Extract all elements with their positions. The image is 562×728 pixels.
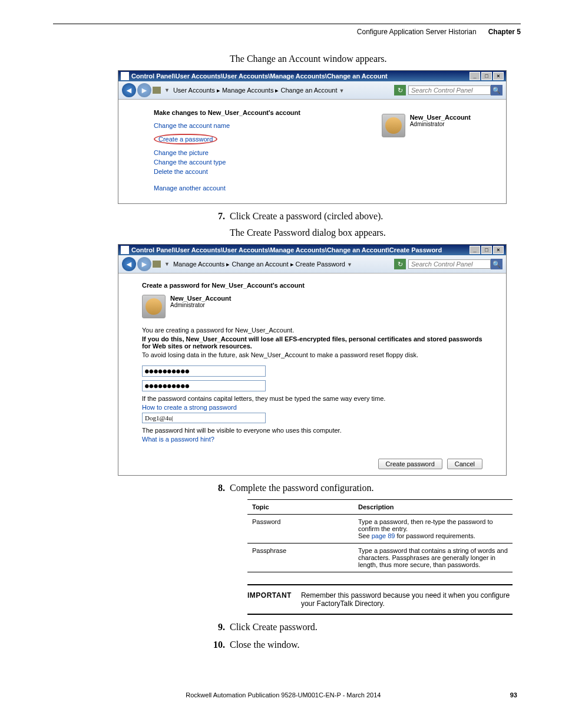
create-password-link[interactable]: Create a password	[154, 134, 217, 144]
step-9: 9. Click Create password.	[212, 622, 521, 633]
page-footer: Rockwell Automation Publication 9528-UM0…	[53, 691, 521, 699]
cell-desc: Type a password, then re-type the passwo…	[353, 515, 513, 543]
titlebar-text: Control Panel\User Accounts\User Account…	[131, 73, 470, 80]
publication-id: Rockwell Automation Publication 9528-UM0…	[186, 691, 381, 699]
header-title: Configure Application Server Historian	[357, 28, 477, 36]
step-10: 10. Close the window.	[212, 640, 521, 650]
intro-text-1: The Change an Account window appears.	[230, 54, 521, 64]
account-card: New_User_Account Administrator	[142, 295, 482, 318]
folder-icon	[153, 261, 161, 268]
forward-button[interactable]: ►	[137, 257, 151, 271]
intro-text-2: The Create Password dialog box appears.	[230, 228, 521, 238]
close-button[interactable]: ×	[493, 246, 504, 254]
password-input[interactable]	[142, 365, 266, 377]
header-chapter: Chapter 5	[488, 28, 521, 36]
delete-account-link[interactable]: Delete the account	[154, 168, 358, 175]
account-role: Administrator	[410, 121, 471, 127]
maximize-button[interactable]: □	[481, 72, 492, 80]
minimize-button[interactable]: _	[470, 246, 480, 254]
change-picture-link[interactable]: Change the picture	[154, 149, 358, 156]
section-heading: Make changes to New_User_Account's accou…	[154, 109, 358, 116]
back-button[interactable]: ◄	[122, 83, 136, 97]
important-callout: IMPORTANT Remember this password because…	[247, 584, 513, 615]
maximize-button[interactable]: □	[481, 246, 492, 254]
hint-input[interactable]	[142, 413, 266, 423]
nav-bar: ◄ ► ▼ User Accounts ▸ Manage Accounts ▸ …	[118, 81, 506, 100]
header-rule	[53, 24, 521, 24]
cell-topic: Passphrase	[247, 543, 353, 572]
search-input[interactable]	[408, 259, 491, 269]
dropdown-arrow-icon[interactable]: ▼	[164, 87, 170, 93]
section-heading: Create a password for New_User_Account's…	[142, 282, 482, 289]
back-button[interactable]: ◄	[122, 257, 136, 271]
change-type-link[interactable]: Change the account type	[154, 159, 358, 166]
th-topic: Topic	[247, 500, 353, 515]
search-input[interactable]	[408, 85, 491, 95]
page-link[interactable]: page 89	[372, 532, 395, 539]
config-table: Topic Description Password Type a passwo…	[247, 499, 513, 572]
page-number: 93	[510, 691, 517, 699]
password-hint-link[interactable]: What is a password hint?	[142, 436, 482, 443]
table-row: Passphrase Type a password that contains…	[247, 543, 513, 572]
search-icon[interactable]: 🔍	[491, 85, 503, 95]
dropdown-arrow-icon[interactable]: ▼	[164, 261, 170, 267]
caps-note: If the password contains capital letters…	[142, 395, 482, 402]
search-icon[interactable]: 🔍	[491, 259, 503, 269]
avatar	[142, 295, 166, 318]
change-account-window: Control Panel\User Accounts\User Account…	[118, 70, 507, 204]
app-icon	[121, 72, 129, 80]
folder-icon	[153, 87, 161, 94]
important-label: IMPORTANT	[247, 591, 292, 608]
table-header-row: Topic Description	[247, 500, 513, 515]
close-button[interactable]: ×	[493, 72, 504, 80]
important-text: Remember this password because you need …	[301, 591, 513, 608]
minimize-button[interactable]: _	[470, 72, 480, 80]
cell-topic: Password	[247, 515, 353, 543]
strong-password-link[interactable]: How to create a strong password	[142, 404, 482, 411]
create-password-window: Control Panel\User Accounts\User Account…	[118, 244, 507, 476]
confirm-password-input[interactable]	[142, 380, 266, 391]
step-8: 8. Complete the password configuration.	[212, 483, 521, 493]
account-card: New_User_Account Administrator	[382, 114, 471, 194]
avatar	[382, 114, 405, 137]
nav-bar: ◄ ► ▼ Manage Accounts ▸ Change an Accoun…	[118, 255, 506, 274]
cell-desc: Type a password that contains a string o…	[353, 543, 513, 572]
breadcrumb[interactable]: Manage Accounts ▸ Change an Account ▸ Cr…	[170, 261, 394, 268]
titlebar-text: Control Panel\User Accounts\User Account…	[131, 246, 470, 253]
hint-note: The password hint will be visible to eve…	[142, 427, 482, 434]
account-name: New_User_Account	[410, 114, 471, 121]
account-name: New_User_Account	[170, 295, 231, 302]
titlebar: Control Panel\User Accounts\User Account…	[118, 71, 506, 81]
create-password-button[interactable]: Create password	[378, 459, 442, 469]
refresh-icon[interactable]: ↻	[394, 259, 406, 269]
th-description: Description	[353, 500, 513, 515]
warning-line: If you do this, New_User_Account will lo…	[142, 335, 482, 350]
app-icon	[121, 246, 129, 254]
breadcrumb[interactable]: User Accounts ▸ Manage Accounts ▸ Change…	[170, 87, 394, 94]
manage-another-link[interactable]: Manage another account	[154, 185, 358, 192]
change-name-link[interactable]: Change the account name	[154, 122, 358, 129]
refresh-icon[interactable]: ↻	[394, 85, 406, 95]
table-row: Password Type a password, then re-type t…	[247, 515, 513, 543]
titlebar: Control Panel\User Accounts\User Account…	[118, 245, 506, 255]
page-header: Configure Application Server Historian C…	[53, 28, 521, 36]
cancel-button[interactable]: Cancel	[447, 459, 482, 469]
forward-button[interactable]: ►	[137, 83, 151, 97]
info-line: You are creating a password for New_User…	[142, 327, 482, 334]
advice-line: To avoid losing data in the future, ask …	[142, 351, 482, 358]
step-7: 7. Click Create a password (circled abov…	[212, 211, 521, 222]
account-role: Administrator	[170, 302, 231, 308]
